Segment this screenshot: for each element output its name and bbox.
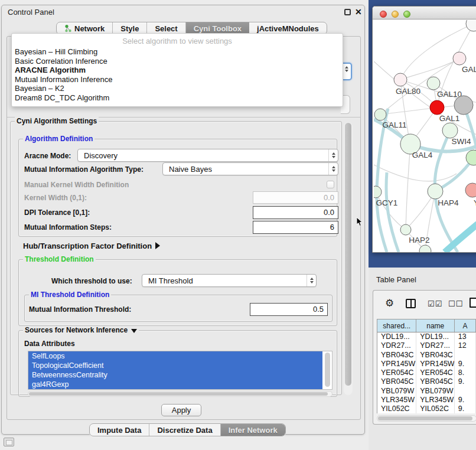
attribute-item[interactable]: SelfLoops [28, 351, 322, 361]
table-row[interactable]: YDL19...YDL19...13 [377, 332, 476, 341]
table-row[interactable]: YBR045CYBR045C9. [377, 377, 476, 386]
mi-algorithm-type-value: Naive Bayes [163, 165, 328, 174]
table-row[interactable]: YDR27...YDR27...12 [377, 341, 476, 350]
network-node-gcy1[interactable] [374, 186, 382, 198]
network-node-gal10[interactable] [427, 77, 440, 90]
mi-threshold-field[interactable]: 0.5 [250, 303, 328, 316]
network-node-gal11[interactable] [374, 109, 386, 120]
column-header[interactable]: shared... [377, 319, 416, 332]
gear-icon[interactable]: ⚙ [385, 299, 394, 308]
close-traffic-light-icon[interactable] [380, 11, 387, 18]
hub-definition-toggle[interactable]: Hub/Transcription Factor Definition [23, 242, 160, 250]
control-panel-window: Control Panel ✕ NetworkStyleSelectCyni T… [1, 5, 365, 435]
table-cell: YPR145W [377, 360, 416, 369]
tab-cyni-toolbox[interactable]: Cyni Toolbox [186, 22, 249, 34]
algorithm-option[interactable]: Mutual Information Inference [12, 75, 343, 84]
sources-title[interactable]: Sources for Network Inference [23, 326, 139, 334]
aracne-mode-combobox[interactable]: Discovery [77, 149, 338, 162]
network-node-gal1[interactable] [430, 100, 444, 115]
tab-network[interactable]: Network [57, 22, 113, 34]
network-window-titlebar[interactable] [373, 6, 476, 19]
attribute-item[interactable]: BetweennessCentrality [28, 370, 322, 380]
table-row[interactable]: YER054CYER054C8. [377, 369, 476, 377]
attributes-hscrollbar-thumb[interactable] [29, 392, 328, 396]
algorithm-combobox-fragment[interactable] [343, 63, 352, 80]
node-attribute-table[interactable]: shared...nameA YDL19...YDL19...13YDR27..… [377, 319, 476, 413]
network-node-y[interactable] [465, 183, 476, 197]
tab-impute-data[interactable]: Impute Data [90, 424, 149, 436]
table-row[interactable]: YPR145WYPR145W9. [377, 360, 476, 369]
close-panel-icon[interactable]: ✕ [355, 7, 362, 17]
settings-scrollbar-thumb[interactable] [345, 123, 351, 386]
data-attributes-list[interactable]: SelfLoopsTopologicalCoefficientBetweenne… [28, 351, 332, 390]
network-node-swi4[interactable] [442, 123, 458, 138]
algorithm-option[interactable]: Bayesian – K2 [12, 84, 343, 93]
table-panel-region: Table Panel ⚙ ☑☑ ☐☐ shared...nameA YDL19… [369, 268, 476, 450]
algorithm-option[interactable]: Dream8 DC_TDC Algorithm [12, 93, 343, 103]
attribute-item[interactable]: TopologicalCoefficient [28, 361, 322, 370]
attributes-hscrollbar[interactable] [28, 391, 332, 397]
tab-discretize-data[interactable]: Discretize Data [149, 424, 220, 436]
threshold-definition-title: Threshold Definition [23, 255, 96, 263]
network-node[interactable] [466, 20, 476, 31]
network-node[interactable] [454, 96, 473, 115]
table-hscrollbar-thumb[interactable] [378, 416, 472, 420]
attributes-scrollbar-thumb[interactable] [325, 353, 330, 387]
which-threshold-combobox[interactable]: MI Threshold [142, 274, 317, 287]
mi-threshold-label: Mutual Information Threshold: [29, 305, 131, 314]
manual-kernel-checkbox[interactable] [327, 181, 334, 188]
cyni-algorithm-settings-title: Cyni Algorithm Settings [15, 117, 99, 125]
table-cell: 9. [455, 396, 476, 405]
column-header[interactable]: A [455, 319, 476, 332]
network-node[interactable] [466, 150, 476, 165]
manual-kernel-label: Manual Kernel Width Definition [24, 181, 129, 189]
spinner-icon [307, 275, 316, 286]
table-cell: 9. [455, 405, 476, 413]
which-threshold-value: MI Threshold [142, 276, 307, 285]
table-hscrollbar[interactable] [377, 415, 476, 422]
apply-button[interactable]: Apply [161, 404, 201, 416]
mi-algorithm-type-combobox[interactable]: Naive Bayes [162, 162, 338, 175]
mi-threshold-definition-title: MI Threshold Definition [29, 291, 111, 299]
tab-label: Cyni Toolbox [194, 24, 242, 33]
algorithm-option[interactable]: Basic Correlation Inference [12, 57, 343, 66]
table-cell: YIL052C [377, 405, 416, 413]
tab-jactivemnodules[interactable]: jActiveMNodules [249, 22, 327, 34]
network-node-gal80[interactable] [394, 73, 407, 86]
algorithm-option[interactable]: Bayesian – Hill Climbing [12, 47, 343, 57]
settings-scrollbar[interactable] [344, 122, 353, 395]
network-node-hap4[interactable] [428, 184, 443, 199]
table-row[interactable]: YBR043CYBR043C [377, 351, 476, 360]
attribute-item[interactable]: gal4RGexp [28, 380, 322, 389]
node-label: GAL4 [412, 151, 433, 159]
node-label: GAL11 [382, 120, 406, 129]
node-label: GCY1 [376, 198, 398, 207]
kernel-width-field[interactable]: 0.0 [253, 191, 338, 204]
tab-infer-network[interactable]: Infer Network [221, 424, 285, 436]
column-header[interactable]: name [416, 319, 455, 332]
table-row[interactable]: YIL052CYIL052C9. [377, 405, 476, 413]
table-cell: 9. [455, 377, 476, 386]
tab-style[interactable]: Style [113, 22, 147, 34]
table-row[interactable]: YBL079WYBL079W [377, 387, 476, 396]
dock-panel-icon[interactable] [4, 438, 14, 446]
zoom-traffic-light-icon[interactable] [403, 11, 410, 18]
table-row[interactable]: YLR345WYLR345W9. [377, 396, 476, 405]
columns-icon[interactable] [406, 299, 416, 308]
deselect-columns-icon[interactable]: ☐☐ [448, 299, 463, 308]
network-node-hap2[interactable] [400, 224, 411, 235]
mouse-cursor [356, 217, 363, 227]
float-panel-icon[interactable] [344, 9, 351, 15]
table-cell: YER054C [416, 369, 455, 377]
minimize-traffic-light-icon[interactable] [392, 11, 399, 18]
network-node-gal[interactable] [453, 52, 466, 65]
sources-title-text: Sources for Network Inference [25, 326, 128, 334]
select-columns-icon[interactable]: ☑☑ [428, 299, 442, 308]
tab-select[interactable]: Select [147, 22, 185, 34]
dpi-tolerance-field[interactable]: 0.0 [253, 206, 338, 219]
mi-steps-field[interactable]: 6 [253, 221, 338, 234]
algorithm-option[interactable]: ARACNE Algorithm [12, 66, 343, 75]
export-table-icon[interactable] [470, 298, 476, 308]
network-graph-canvas[interactable]: GALGAL80GAL10GAL1GAL11SWI4GAL4GCY1HAP4YH… [374, 20, 476, 252]
kernel-width-label: Kernel Width (0,1): [24, 194, 87, 202]
